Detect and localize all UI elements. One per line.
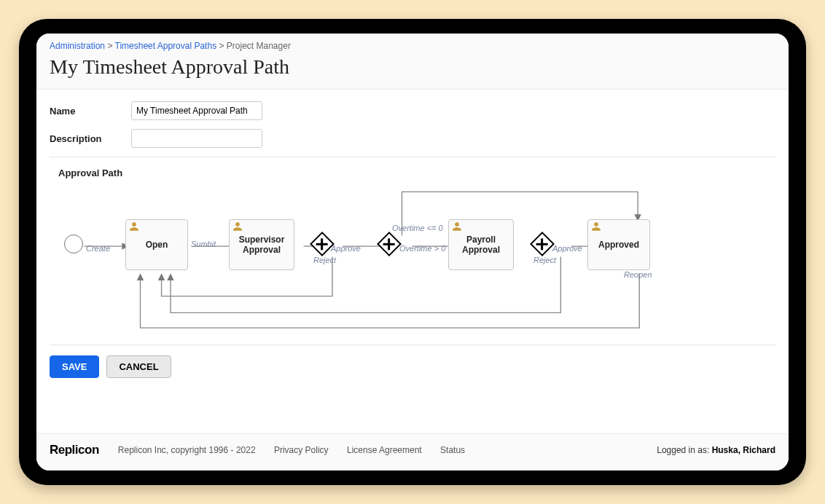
name-input[interactable] [131,101,262,120]
breadcrumb-administration[interactable]: Administration [50,41,105,51]
edge-overtime-le0: Overtime <= 0 [392,224,443,232]
approval-path-diagram[interactable]: Open Supervisor Approval [50,184,775,337]
separator [50,157,775,157]
edge-create: Create [86,244,110,253]
breadcrumb: Administration > Timesheet Approval Path… [50,41,775,51]
footer-privacy-link[interactable]: Privacy Policy [274,445,329,455]
edge-reopen: Reopen [624,270,652,279]
page-title: My Timesheet Approval Path [50,55,775,79]
footer-copyright: Replicon Inc, copyright 1996 - 2022 [118,445,256,455]
content-area: Name Description Approval Path [36,90,789,433]
start-event[interactable] [64,235,83,253]
description-label: Description [50,133,131,144]
page-header: Administration > Timesheet Approval Path… [36,34,789,90]
description-input[interactable] [131,129,262,148]
breadcrumb-current: Project Manager [227,41,291,51]
edge-approve-1: Approve [331,244,361,253]
footer-license-link[interactable]: License Agreement [347,445,422,455]
name-label: Name [50,106,131,117]
edge-reject-1: Reject [313,256,336,264]
node-open[interactable]: Open [125,219,188,270]
logged-in-user: Huska, Richard [712,445,775,455]
cancel-button[interactable]: CANCEL [106,355,171,378]
breadcrumb-timesheet-approval-paths[interactable]: Timesheet Approval Paths [115,41,217,51]
node-approved[interactable]: Approved [587,219,650,270]
approval-path-label: Approval Path [58,168,775,178]
footer-status-link[interactable]: Status [440,445,465,455]
app-screen: Administration > Timesheet Approval Path… [36,34,789,470]
tablet-frame: Administration > Timesheet Approval Path… [19,19,806,485]
edge-overtime-gt0: Overtime > 0 [399,244,445,253]
edge-reject-2: Reject [533,256,556,264]
separator [50,344,775,345]
logged-in-as: Logged in as: Huska, Richard [657,445,775,455]
node-payroll-approval[interactable]: Payroll Approval [448,219,514,270]
node-supervisor-approval[interactable]: Supervisor Approval [229,219,294,270]
brand-logo: Replicon [50,443,99,457]
edge-submit: Sumbit [191,240,216,248]
edge-approve-2: Approve [552,244,582,253]
page-footer: Replicon Replicon Inc, copyright 1996 - … [36,433,789,470]
save-button[interactable]: SAVE [50,355,99,378]
